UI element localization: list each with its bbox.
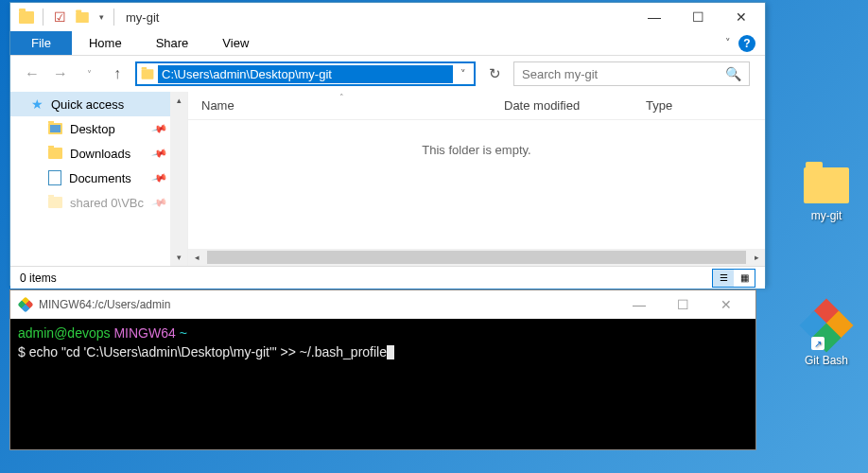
column-name[interactable]: ˄ Name [188, 98, 491, 113]
up-button[interactable]: ↑ [107, 63, 128, 84]
pin-icon: 📌 [151, 120, 169, 137]
icons-view-button[interactable]: ▦ [734, 270, 755, 287]
sidebar-item-desktop[interactable]: Desktop 📌 [10, 116, 187, 141]
separator [43, 9, 43, 26]
address-folder-icon [137, 68, 158, 80]
titlebar[interactable]: ☑ ▾ my-git — ☐ ✕ [10, 3, 765, 31]
search-box[interactable]: 🔍 [513, 61, 750, 86]
scroll-down-icon[interactable]: ▾ [170, 249, 187, 266]
sidebar-quick-access[interactable]: ★ Quick access [10, 92, 187, 116]
scroll-up-icon[interactable]: ▴ [170, 92, 187, 109]
tab-view[interactable]: View [205, 31, 266, 55]
horizontal-scrollbar[interactable]: ◂ ▸ [188, 249, 765, 266]
file-explorer-window: ☑ ▾ my-git — ☐ ✕ File Home Share View ˅ … [9, 2, 766, 286]
desktop-icon-label: Git Bash [790, 354, 862, 367]
empty-folder-message: This folder is empty. [188, 120, 765, 157]
search-input[interactable] [522, 67, 725, 81]
sidebar-item-label: shared 0\VBc [70, 196, 144, 210]
prompt-user: admin@devops [18, 325, 111, 341]
command-line: $ echo "cd 'C:\Users\admin\Desktop\my-gi… [18, 343, 748, 362]
pin-icon: 📌 [151, 169, 169, 186]
scroll-right-icon[interactable]: ▸ [748, 249, 765, 266]
terminal-title: MINGW64:/c/Users/admin [39, 298, 170, 311]
ribbon-tabs: File Home Share View ˅ ? [10, 31, 765, 56]
scroll-track[interactable] [170, 109, 187, 249]
git-bash-icon: ↗ [804, 303, 849, 348]
status-bar: 0 items ☰ ▦ [10, 266, 765, 289]
minimize-button[interactable]: — [617, 291, 661, 318]
address-dropdown-icon[interactable]: ˅ [453, 68, 474, 80]
sidebar-item-shared[interactable]: shared 0\VBc 📌 [10, 190, 187, 215]
file-list-pane: ˄ Name Date modified Type This folder is… [188, 92, 765, 266]
search-icon[interactable]: 🔍 [725, 66, 741, 81]
prompt-path: ~ [180, 325, 187, 341]
terminal-body[interactable]: admin@devops MINGW64 ~ $ echo "cd 'C:\Us… [10, 319, 755, 367]
tab-file[interactable]: File [10, 31, 72, 55]
tab-share[interactable]: Share [139, 31, 206, 55]
folder-icon [48, 197, 62, 208]
downloads-icon [48, 148, 62, 159]
terminal-titlebar[interactable]: MINGW64:/c/Users/admin — ☐ ✕ [10, 290, 755, 319]
separator [113, 9, 114, 26]
desktop-icon-label: my-git [790, 209, 862, 222]
shortcut-overlay-icon: ↗ [811, 337, 825, 350]
view-buttons: ☰ ▦ [712, 269, 755, 288]
navigation-pane: ★ Quick access Desktop 📌 Downloads 📌 Doc… [10, 92, 188, 266]
desktop-shortcut-gitbash[interactable]: ↗ Git Bash [790, 303, 862, 367]
sidebar-item-label: Documents [69, 171, 131, 185]
help-icon[interactable]: ? [738, 35, 755, 52]
sidebar-label: Quick access [51, 97, 124, 112]
desktop-icon [48, 123, 62, 134]
address-text[interactable]: C:\Users\admin\Desktop\my-git [158, 65, 453, 83]
git-bash-icon [18, 297, 33, 312]
forward-button[interactable]: → [50, 63, 71, 84]
pin-icon: 📌 [151, 145, 169, 162]
close-button[interactable]: ✕ [720, 4, 763, 30]
sort-indicator-icon: ˄ [339, 93, 344, 102]
git-bash-window: MINGW64:/c/Users/admin — ☐ ✕ admin@devop… [9, 289, 756, 450]
close-button[interactable]: ✕ [704, 291, 748, 318]
sidebar-scrollbar[interactable]: ▴ ▾ [170, 92, 187, 266]
qat-dropdown-icon[interactable]: ▾ [95, 12, 108, 22]
documents-icon [48, 170, 61, 185]
folder-icon [16, 7, 37, 27]
properties-icon[interactable]: ☑ [49, 7, 70, 27]
folder-icon [804, 167, 849, 203]
column-type[interactable]: Type [633, 98, 727, 113]
window-title: my-git [126, 10, 159, 25]
prompt-line: admin@devops MINGW64 ~ [18, 324, 748, 343]
item-count: 0 items [20, 272, 57, 285]
expand-ribbon-icon[interactable]: ˅ [725, 37, 731, 49]
navigation-bar: ← → ˅ ↑ C:\Users\admin\Desktop\my-git ˅ … [10, 56, 765, 92]
sidebar-item-documents[interactable]: Documents 📌 [10, 166, 187, 190]
recent-dropdown-icon[interactable]: ˅ [78, 63, 99, 84]
explorer-body: ★ Quick access Desktop 📌 Downloads 📌 Doc… [10, 92, 765, 266]
scroll-left-icon[interactable]: ◂ [188, 249, 205, 266]
column-date[interactable]: Date modified [491, 98, 633, 113]
sidebar-item-label: Downloads [70, 147, 130, 161]
refresh-button[interactable]: ↻ [483, 62, 506, 85]
minimize-button[interactable]: — [633, 4, 676, 30]
prompt-env: MINGW64 [113, 325, 175, 341]
sidebar-item-downloads[interactable]: Downloads 📌 [10, 141, 187, 166]
maximize-button[interactable]: ☐ [661, 291, 704, 318]
star-icon: ★ [31, 96, 43, 112]
address-bar[interactable]: C:\Users\admin\Desktop\my-git ˅ [135, 61, 476, 86]
back-button[interactable]: ← [22, 63, 43, 84]
tab-home[interactable]: Home [72, 31, 139, 55]
pin-icon: 📌 [151, 194, 169, 211]
new-folder-icon[interactable] [72, 7, 93, 27]
sidebar-item-label: Desktop [70, 122, 115, 136]
cursor [387, 345, 394, 359]
maximize-button[interactable]: ☐ [676, 4, 720, 30]
command-text: echo "cd 'C:\Users\admin\Desktop\my-git'… [29, 344, 387, 359]
desktop-folder-mygit[interactable]: my-git [790, 167, 862, 222]
column-headers: ˄ Name Date modified Type [188, 92, 765, 120]
details-view-button[interactable]: ☰ [713, 270, 734, 287]
scroll-thumb[interactable] [207, 251, 746, 264]
